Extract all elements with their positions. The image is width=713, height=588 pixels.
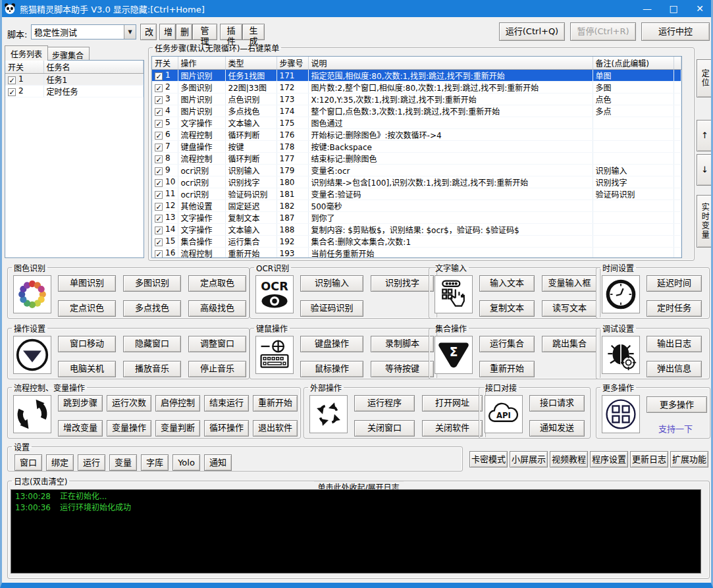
minimize-button[interactable]: —	[634, 0, 660, 17]
window-ops-button-2[interactable]: 隐藏窗口	[123, 336, 181, 352]
step-note[interactable]: 识别输入	[593, 165, 673, 176]
external-button-2[interactable]: 打开网址	[422, 395, 483, 412]
move-up-button[interactable]: ↑	[697, 120, 712, 151]
step-checkbox[interactable]: ✓	[155, 132, 163, 140]
time-button-1[interactable]: 延迟时间	[647, 275, 702, 292]
step-row[interactable]: ✓3图片识别点色识别173X:120,Y:35,次数:1,找到:跳过,找不到:重…	[152, 94, 681, 105]
step-note[interactable]	[593, 117, 673, 129]
window-ops-button-6[interactable]: 停止音乐	[188, 361, 246, 377]
api-button-2[interactable]: 通知发送	[529, 420, 585, 437]
bottom-button-1[interactable]: 卡密模式	[469, 451, 508, 468]
script-combobox[interactable]: 稳定性测试 ▼	[31, 24, 136, 40]
step-note[interactable]: 识别找字	[593, 176, 673, 188]
bottom-button-4[interactable]: 程序设置	[590, 451, 628, 468]
api-button-1[interactable]: 接口请求	[529, 395, 585, 412]
ocr-button-2[interactable]: 识别找字	[371, 275, 434, 292]
step-checkbox[interactable]: ✓	[155, 167, 163, 175]
flow-button-2[interactable]: 运行次数	[107, 395, 151, 412]
step-checkbox[interactable]: ✓	[155, 227, 163, 234]
flow-button-3[interactable]: 启停控制	[155, 395, 200, 412]
keymouse-button-3[interactable]: 鼠标操作	[300, 361, 363, 377]
flow-button-1[interactable]: 跳到步骤	[58, 395, 103, 412]
step-row[interactable]: ✓4图片识别多点找色174整个窗口,点色数:3,次数:1,找到:跳过,找不到:重…	[152, 105, 681, 117]
step-checkbox[interactable]: ✓	[155, 108, 163, 116]
add-script-button[interactable]: 增	[159, 24, 176, 40]
bottom-button-6[interactable]: 扩展功能	[670, 451, 708, 468]
maximize-button[interactable]: □	[660, 0, 687, 17]
bottom-button-2[interactable]: 小屏展示	[510, 451, 548, 468]
edit-script-button[interactable]: 改	[140, 24, 157, 40]
collection-button-3[interactable]: 重新开始	[479, 361, 535, 377]
step-note[interactable]	[593, 141, 673, 153]
tab-step-collection[interactable]: 步骤集合	[46, 47, 90, 61]
text-button-3[interactable]: 复制文本	[479, 300, 535, 317]
step-note[interactable]	[593, 224, 673, 236]
debug-button-2[interactable]: 弹出信息	[647, 361, 702, 377]
step-note[interactable]	[593, 200, 673, 212]
step-row[interactable]: ✓14文字操作文本输入188复制内容: $剪贴板$，识别结果: $ocr$，验证…	[152, 224, 681, 236]
task-col-switch[interactable]: 开关	[5, 61, 43, 74]
step-checkbox[interactable]: ✓	[155, 155, 163, 163]
step-row[interactable]: ✓9ocr识别识别输入179变量名:ocr识别输入	[152, 165, 681, 176]
realtime-variables-button[interactable]: 实时变量	[697, 195, 712, 248]
step-row[interactable]: ✓11ocr识别验证码识别181变量名:验证码验证码识别	[152, 188, 681, 200]
step-note[interactable]	[593, 248, 673, 259]
step-checkbox[interactable]: ✓	[155, 84, 163, 92]
steps-col-operation[interactable]: 操作	[178, 57, 225, 70]
step-note[interactable]: 点色	[593, 94, 673, 105]
step-checkbox[interactable]: ✓	[155, 203, 163, 211]
step-note[interactable]: 单图	[593, 70, 673, 82]
step-note[interactable]: 多图	[593, 82, 673, 94]
step-checkbox[interactable]: ✓	[155, 215, 163, 223]
step-row[interactable]: ✓13文字操作复制文本187到你了	[152, 212, 681, 224]
step-note[interactable]: 验证码识别	[593, 188, 673, 200]
text-button-1[interactable]: 输入文本	[479, 275, 535, 292]
keymouse-button-1[interactable]: 键盘操作	[300, 336, 363, 352]
step-checkbox[interactable]: ✓	[155, 120, 163, 128]
steps-col-switch[interactable]: 开关	[152, 57, 178, 70]
step-note[interactable]	[593, 153, 673, 165]
settings-button-5[interactable]: 字库	[141, 454, 169, 471]
chevron-down-icon[interactable]: ▼	[124, 25, 136, 39]
settings-button-6[interactable]: Yolo	[172, 454, 200, 471]
settings-button-2[interactable]: 绑定	[46, 454, 74, 471]
ocr-button-1[interactable]: 识别输入	[300, 275, 363, 292]
flow-button-8[interactable]: 变量判断	[155, 420, 200, 437]
step-row[interactable]: ✓1图片识别任务1找图171指定范围,相似度:80,次数:1,找到:跳过,找不到…	[152, 70, 681, 82]
run-control-button[interactable]: 运行中控	[641, 22, 710, 41]
settings-button-4[interactable]: 变量	[109, 454, 137, 471]
step-row[interactable]: ✓2多图识别22图|33图172图片数:2,整个窗口,相似度:80,次数:1,找…	[152, 82, 681, 94]
task-checkbox[interactable]: ✓	[8, 88, 16, 96]
external-button-4[interactable]: 关闭软件	[422, 420, 483, 437]
pause-button[interactable]: 暂停(Ctrl+R)	[570, 22, 636, 41]
settings-button-7[interactable]: 通知	[204, 454, 232, 471]
color-button-3[interactable]: 定点取色	[188, 275, 246, 292]
log-title[interactable]: 日志(双击清空)	[12, 475, 69, 487]
step-note[interactable]: 多点	[593, 105, 673, 117]
step-checkbox[interactable]: ✓	[155, 72, 163, 80]
window-ops-button-4[interactable]: 电脑关机	[58, 361, 116, 377]
bottom-button-5[interactable]: 更新日志	[630, 451, 668, 468]
step-row[interactable]: ✓12其他设置固定延迟182500毫秒	[152, 200, 681, 212]
task-col-name[interactable]: 任务名	[43, 61, 144, 74]
text-button-2[interactable]: 变量输入框	[542, 275, 597, 292]
locate-button[interactable]: 定位	[697, 59, 712, 97]
steps-col-type[interactable]: 类型	[225, 57, 277, 70]
step-checkbox[interactable]: ✓	[155, 96, 163, 104]
flow-button-5[interactable]: 重新开始	[253, 395, 298, 412]
color-button-6[interactable]: 高级找色	[188, 300, 246, 317]
flow-button-4[interactable]: 结束运行	[204, 395, 249, 412]
steps-col-stepno[interactable]: 步骤号	[277, 57, 308, 70]
color-button-1[interactable]: 单图识别	[58, 275, 116, 292]
step-row[interactable]: ✓5文字操作文本输入175图色通过	[152, 117, 681, 129]
manage-script-button[interactable]: 管理	[192, 24, 217, 40]
step-row[interactable]: ✓10ocr识别识别找字180识别结果->包含[100],识别次数:1,找到:跳…	[152, 176, 681, 188]
more-button-1[interactable]: 更多操作	[647, 396, 707, 413]
flow-button-7[interactable]: 变量操作	[107, 420, 151, 437]
task-row[interactable]: ✓2定时任务	[5, 86, 144, 97]
delete-script-button[interactable]: 删	[176, 24, 192, 40]
step-checkbox[interactable]: ✓	[155, 144, 163, 151]
flow-button-10[interactable]: 退出软件	[253, 420, 298, 437]
close-button[interactable]: ✕	[687, 0, 713, 17]
step-row[interactable]: ✓15集合操作运行集合192集合名:删除文本集合,次数:1	[152, 236, 681, 248]
